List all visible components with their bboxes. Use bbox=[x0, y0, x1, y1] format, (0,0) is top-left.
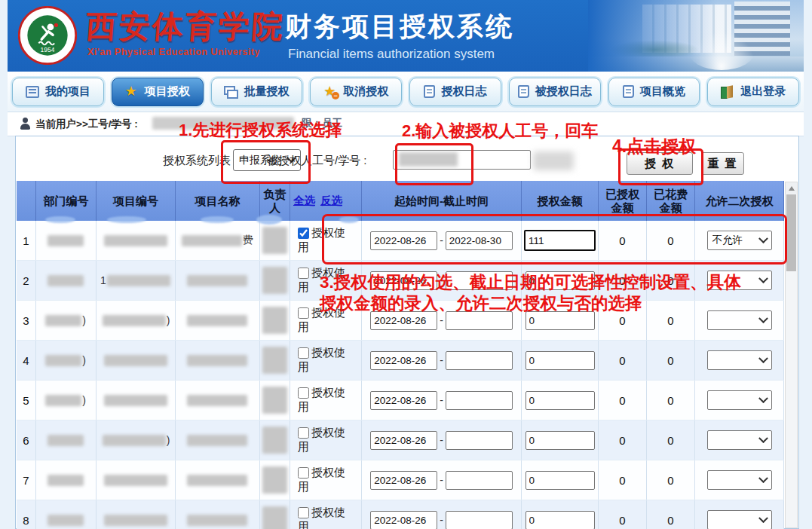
row-number: 2 bbox=[17, 261, 36, 300]
authorize-use-checkbox[interactable] bbox=[298, 228, 309, 239]
tab-batch-auth[interactable]: 批量授权 bbox=[211, 78, 303, 106]
auth-amount-input[interactable] bbox=[526, 351, 595, 370]
date-range-cell: - bbox=[362, 261, 522, 300]
project-code-fragment: ) bbox=[167, 314, 170, 326]
authorize-use-checkbox[interactable] bbox=[298, 387, 309, 399]
spent-amount: 0 bbox=[647, 261, 695, 300]
redacted-project-name bbox=[187, 275, 247, 286]
authorize-use-checkbox[interactable] bbox=[298, 347, 309, 359]
header-project-no: 项目编号 bbox=[97, 181, 176, 221]
auth-amount-input[interactable] bbox=[526, 431, 595, 450]
end-date-input[interactable] bbox=[446, 391, 513, 410]
authorize-use-checkbox[interactable] bbox=[298, 268, 309, 279]
second-auth-select[interactable] bbox=[707, 510, 772, 529]
table-scrollbar[interactable] bbox=[785, 182, 798, 528]
dept-code-cell: ) bbox=[36, 381, 97, 420]
redacted-grantee-id bbox=[399, 152, 458, 167]
end-date-input[interactable] bbox=[446, 431, 513, 450]
second-auth-select[interactable] bbox=[707, 310, 772, 330]
end-date-input[interactable] bbox=[446, 311, 513, 330]
start-date-input[interactable] bbox=[370, 511, 437, 529]
dept-code-cell bbox=[36, 460, 97, 500]
start-date-input[interactable] bbox=[370, 231, 437, 250]
row-number: 8 bbox=[17, 500, 36, 529]
redacted-project-code bbox=[104, 515, 167, 526]
auth-amount-input[interactable] bbox=[526, 391, 595, 410]
user-icon bbox=[20, 118, 31, 130]
spent-amount: 0 bbox=[647, 341, 695, 380]
end-date-input[interactable] bbox=[446, 471, 513, 490]
invert-select-link[interactable]: 反选 bbox=[320, 194, 342, 207]
redacted-project-name bbox=[187, 515, 247, 526]
end-date-input[interactable] bbox=[446, 511, 513, 529]
start-date-input[interactable] bbox=[370, 271, 437, 290]
authorize-use-cell: 授权使用 bbox=[290, 460, 362, 500]
dept-fragment: ) bbox=[82, 354, 86, 366]
navbar: 我的项目 项目授权 批量授权 取消授权 授权日志 被授权日志 项目概览 退出登录 bbox=[8, 72, 804, 112]
projects-table: 部门编号 项目编号 项目名称 负责人 全选 反选 起始时间-截止时间 授权金额 … bbox=[17, 181, 784, 529]
redacted-owner bbox=[262, 506, 287, 529]
date-range-cell: - bbox=[362, 381, 522, 420]
tab-auth-log[interactable]: 授权日志 bbox=[409, 78, 501, 106]
tab-logout[interactable]: 退出登录 bbox=[707, 78, 799, 106]
redacted-owner bbox=[262, 227, 287, 254]
redacted-owner bbox=[262, 267, 287, 294]
start-date-input[interactable] bbox=[370, 351, 437, 370]
end-date-input[interactable] bbox=[446, 351, 513, 370]
scrollbar-thumb[interactable] bbox=[786, 194, 796, 271]
second-auth-cell bbox=[695, 460, 784, 500]
scroll-up-icon[interactable] bbox=[786, 182, 797, 194]
auth-amount-input[interactable] bbox=[524, 230, 596, 251]
start-date-input[interactable] bbox=[370, 311, 437, 330]
project-name-cell bbox=[176, 381, 260, 420]
second-auth-select[interactable] bbox=[707, 470, 772, 490]
second-auth-select[interactable] bbox=[707, 350, 772, 370]
tab-cancel-auth[interactable]: 取消授权 bbox=[310, 78, 402, 106]
campus-photo bbox=[588, 0, 804, 72]
auth-amount-cell bbox=[522, 221, 599, 260]
tab-my-projects[interactable]: 我的项目 bbox=[12, 78, 104, 106]
second-auth-select[interactable] bbox=[707, 271, 772, 290]
granted-amount: 0 bbox=[599, 381, 647, 420]
university-name-en: Xi'an Physical Education University bbox=[87, 47, 260, 57]
second-auth-select[interactable] bbox=[707, 430, 772, 450]
project-code-fragment-pre: 1 bbox=[100, 274, 106, 286]
authorize-use-cell: 授权使用 bbox=[290, 341, 362, 380]
end-date-input[interactable] bbox=[446, 271, 513, 290]
table-row: 1 费 授权使用 - 0 0 bbox=[17, 221, 784, 261]
authorize-use-cell: 授权使用 bbox=[290, 221, 362, 260]
authorize-use-checkbox[interactable] bbox=[298, 307, 309, 319]
project-name-cell bbox=[176, 420, 260, 460]
granted-amount: 0 bbox=[599, 261, 647, 300]
second-auth-select[interactable] bbox=[707, 390, 772, 410]
authorize-button[interactable]: 授 权 bbox=[627, 152, 693, 175]
redacted-project-code bbox=[104, 395, 167, 406]
tab-granted-log[interactable]: 被授权日志 bbox=[509, 78, 601, 106]
tab-project-overview[interactable]: 项目概览 bbox=[608, 78, 700, 106]
page: 1954 西安体育学院 Xi'an Physical Education Uni… bbox=[0, 0, 812, 529]
redacted-owner bbox=[262, 466, 287, 494]
row-number: 5 bbox=[17, 381, 36, 420]
auth-amount-input[interactable] bbox=[526, 271, 595, 290]
auth-amount-input[interactable] bbox=[526, 311, 595, 330]
reset-button[interactable]: 重 置 bbox=[701, 152, 744, 175]
second-auth-select[interactable]: 不允许 bbox=[707, 231, 772, 250]
row-number: 7 bbox=[17, 460, 36, 500]
auth-amount-input[interactable] bbox=[526, 511, 595, 529]
spent-amount: 0 bbox=[647, 301, 695, 340]
dept-code-cell bbox=[36, 221, 97, 260]
university-name-cn: 西安体育学院 bbox=[84, 6, 286, 47]
start-date-input[interactable] bbox=[370, 471, 437, 490]
authorize-use-checkbox[interactable] bbox=[298, 507, 309, 518]
start-date-input[interactable] bbox=[370, 391, 437, 410]
authorize-use-checkbox[interactable] bbox=[298, 467, 309, 479]
start-date-input[interactable] bbox=[370, 431, 437, 450]
second-auth-cell bbox=[695, 341, 784, 380]
tab-project-auth[interactable]: 项目授权 bbox=[112, 78, 204, 106]
end-date-input[interactable] bbox=[446, 231, 513, 250]
authorize-use-checkbox[interactable] bbox=[298, 427, 309, 439]
date-range-cell: - bbox=[362, 460, 522, 500]
select-all-link[interactable]: 全选 bbox=[293, 194, 315, 207]
auth-amount-input[interactable] bbox=[526, 471, 595, 490]
project-code-cell bbox=[97, 500, 176, 529]
